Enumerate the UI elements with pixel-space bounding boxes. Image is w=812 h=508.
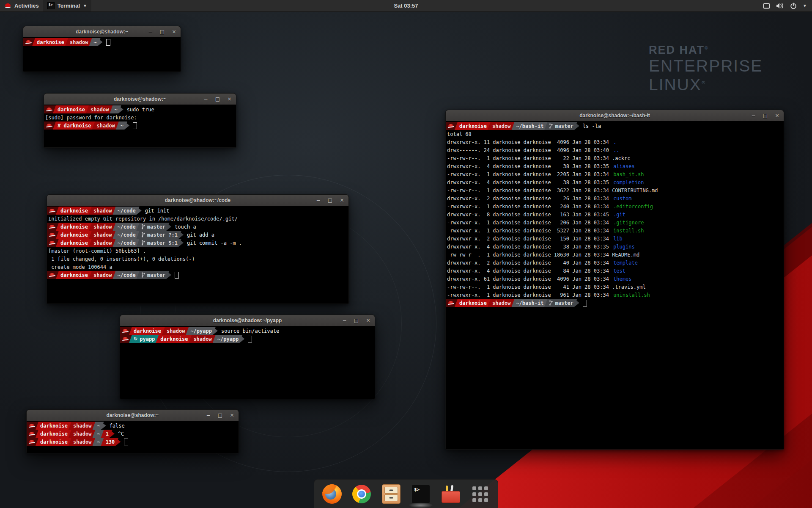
- output-text: -rwxrwxr-x. 1 darknoise darknoise 5327 J…: [446, 228, 612, 234]
- command-text: touch a: [175, 224, 196, 230]
- window-titlebar[interactable]: darknoise@shadow:~/code − □ ×: [47, 195, 348, 206]
- terminal-content[interactable]: darknoiseshadow~falsedarknoiseshadow~1^C…: [27, 421, 239, 453]
- terminal-content[interactable]: darknoiseshadow~sudo true[sudo] password…: [44, 105, 236, 147]
- window-titlebar[interactable]: darknoise@shadow:~/pyapp − □ ×: [120, 315, 375, 326]
- output-text: test: [612, 268, 625, 274]
- command-text: git add a: [187, 232, 214, 238]
- output-text: lib: [612, 236, 623, 242]
- terminal-line: drwxrwxr-x. 11 darknoise darknoise 4096 …: [446, 138, 784, 146]
- window-titlebar[interactable]: darknoise@shadow:~ − □ ×: [23, 26, 181, 38]
- minimize-button[interactable]: −: [148, 29, 153, 35]
- dock-item-files[interactable]: [381, 484, 401, 504]
- prompt-segment-host: shadow: [89, 231, 115, 239]
- window-titlebar[interactable]: darknoise@shadow:~/bash-it − □ ×: [446, 110, 784, 121]
- output-text: drwxrwxr-x. 4 darknoise darknoise 84 Jan…: [446, 268, 612, 274]
- minimize-button[interactable]: −: [342, 318, 347, 323]
- output-text: drwxrwxr-x. 4 darknoise darknoise 38 Jan…: [446, 163, 612, 169]
- terminal-line: darknoiseshadow~/bash-itmaster: [446, 299, 784, 307]
- terminal-line: darknoiseshadow~/bash-itmasterls -la: [446, 122, 784, 130]
- dock-item-toolbox[interactable]: [440, 484, 461, 504]
- minimize-button[interactable]: −: [206, 412, 211, 418]
- minimize-button[interactable]: −: [203, 96, 208, 102]
- screen-icon: [763, 3, 770, 9]
- prompt-segment-user: darknoise: [455, 299, 491, 307]
- activities-button[interactable]: Activities: [0, 0, 43, 11]
- terminal-line: Initialized empty Git repository in /hom…: [47, 215, 348, 223]
- prompt-segment-host: shadow: [89, 271, 115, 279]
- command-text: source bin/activate: [221, 328, 279, 334]
- terminal-line: -rwxrwxr-x. 1 darknoise darknoise 5327 J…: [446, 226, 784, 235]
- maximize-button[interactable]: □: [354, 318, 359, 323]
- prompt-segment-user: darknoise: [455, 122, 491, 130]
- terminal-line: [master (root-commit) 50bcb63] .: [47, 247, 348, 255]
- terminal-window-exitcodes: darknoise@shadow:~ − □ × darknoiseshadow…: [26, 409, 239, 453]
- desktop: RED HAT® ENTERPRISE LINUX® Activities $>…: [0, 0, 812, 508]
- output-text: plugins: [612, 244, 635, 250]
- close-button[interactable]: ×: [171, 29, 177, 35]
- terminal-line: darknoiseshadow~/pyappsource bin/activat…: [120, 327, 375, 335]
- minimize-button[interactable]: −: [751, 113, 756, 119]
- output-text: -rw-rw-r--. 1 darknoise darknoise 22 Jan…: [446, 155, 630, 161]
- output-text: drwx------. 24 darknoise darknoise 4096 …: [446, 147, 612, 153]
- window-titlebar[interactable]: darknoise@shadow:~ − □ ×: [44, 94, 236, 105]
- prompt-segment-user: darknoise: [36, 438, 71, 446]
- output-text: aliases: [612, 163, 635, 169]
- output-text: -rw-rw-r--. 1 darknoise darknoise 18630 …: [446, 252, 639, 258]
- terminal-line: darknoiseshadow~: [23, 38, 181, 46]
- focused-app-menu[interactable]: $> Terminal ▼: [43, 0, 91, 11]
- output-text: drwxrwxr-x. 2 darknoise darknoise 150 Ja…: [446, 236, 612, 242]
- output-text: -rwxrwxr-x. 1 darknoise darknoise 240 Ja…: [446, 204, 612, 210]
- maximize-button[interactable]: □: [159, 29, 165, 35]
- terminal-line: drwxrwxr-x. 2 darknoise darknoise 150 Ja…: [446, 235, 784, 243]
- terminal-line: drwxrwxr-x. 2 darknoise darknoise 26 Jan…: [446, 194, 784, 202]
- terminal-content[interactable]: darknoiseshadow~/codegit initInitialized…: [47, 206, 348, 304]
- close-button[interactable]: ×: [227, 96, 232, 102]
- prompt-segment-git: master ?:1: [137, 231, 181, 239]
- close-button[interactable]: ×: [339, 197, 345, 203]
- close-button[interactable]: ×: [229, 412, 235, 418]
- terminal-content[interactable]: darknoiseshadow~/bash-itmasterls -latota…: [446, 121, 784, 449]
- window-title: darknoise@shadow:~/bash-it: [579, 113, 650, 119]
- prompt-segment-host: shadow: [69, 430, 95, 438]
- terminal-content[interactable]: darknoiseshadow~: [23, 37, 181, 72]
- maximize-button[interactable]: □: [215, 96, 220, 102]
- app-grid-icon: [472, 486, 488, 502]
- dock-item-app-grid[interactable]: [470, 484, 490, 504]
- minimize-button[interactable]: −: [315, 197, 321, 203]
- terminal-app-icon: $>: [47, 2, 55, 9]
- terminal-line: total 68: [446, 130, 784, 138]
- dock-item-chrome[interactable]: [351, 484, 372, 504]
- terminal-line: 1 file changed, 0 insertions(+), 0 delet…: [47, 255, 348, 263]
- prompt-segment-user: darknoise: [56, 271, 92, 279]
- system-status-area[interactable]: ▼: [760, 0, 809, 11]
- prompt-segment-path: ~/pyapp: [213, 335, 243, 343]
- prompt-segment-path: ~/code: [112, 239, 139, 247]
- maximize-button[interactable]: □: [763, 113, 768, 119]
- command-text: ^C: [118, 431, 124, 437]
- output-text: total 68: [446, 131, 472, 137]
- terminal-content[interactable]: darknoiseshadow~/pyappsource bin/activat…: [120, 326, 375, 399]
- output-text: drwxrwxr-x. 61 darknoise darknoise 4096 …: [446, 276, 612, 282]
- command-text: git init: [145, 208, 170, 214]
- prompt-segment-venv: ↻pyapp: [129, 335, 159, 343]
- prompt-segment-git: master: [544, 299, 577, 307]
- terminal-line: darknoiseshadow~false: [27, 422, 239, 430]
- close-button[interactable]: ×: [365, 318, 371, 323]
- clock[interactable]: Sat 03:57: [394, 3, 418, 9]
- maximize-button[interactable]: □: [327, 197, 333, 203]
- terminal-line: darknoiseshadow~/codemaster: [47, 271, 348, 279]
- output-text: -rwxrwxr-x. 1 darknoise darknoise 2205 J…: [446, 171, 612, 177]
- terminal-line: create mode 100644 a: [47, 263, 348, 271]
- maximize-button[interactable]: □: [217, 412, 223, 418]
- dock-item-firefox[interactable]: [322, 484, 342, 504]
- terminal-line: drwxrwxr-x. 4 darknoise darknoise 38 Jan…: [446, 162, 784, 170]
- prompt-segment-host: shadow: [189, 335, 215, 343]
- window-titlebar[interactable]: darknoise@shadow:~ − □ ×: [27, 410, 239, 421]
- prompt-segment-path: ~/pyapp: [186, 327, 216, 335]
- prompt-segment-user: darknoise: [36, 422, 71, 430]
- close-button[interactable]: ×: [774, 113, 780, 119]
- dock-item-terminal[interactable]: $>: [411, 484, 431, 504]
- prompt-segment-git: master: [544, 122, 577, 130]
- output-text: Initialized empty Git repository in /hom…: [47, 216, 238, 222]
- dock: $>: [314, 479, 498, 508]
